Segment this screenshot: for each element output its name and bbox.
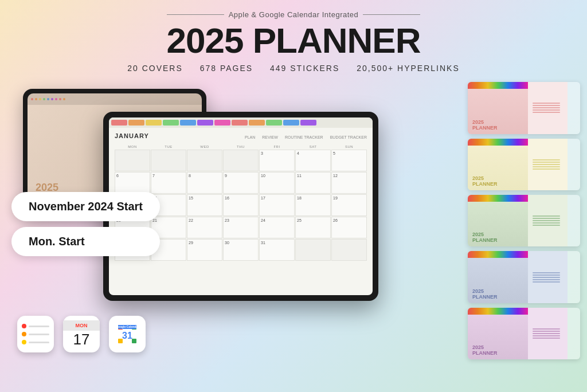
cal-cell-5: 5 (331, 150, 367, 171)
cover-year-purple: 2025 (472, 344, 523, 350)
feature-stickers: 449 STICKERS (270, 64, 339, 73)
reminders-app-icon[interactable] (17, 316, 54, 352)
day-label-sat: SAT (295, 145, 331, 148)
cover-main-green: 2025 PLANNER (468, 195, 528, 246)
nav-dot-1 (31, 98, 33, 100)
cal-cell-19: 19 (331, 194, 367, 216)
cover-sidebar-strip-green (568, 195, 580, 246)
nav-tab-3 (146, 120, 162, 126)
header: Apple & Google Calendar Integrated 2025 … (0, 0, 587, 77)
cover-sidebar-strip-purple (568, 308, 580, 359)
cover-line-g5 (533, 225, 559, 226)
cal-cell-empty-2 (151, 150, 186, 171)
tablet-back-nav (28, 93, 202, 105)
cal-tab-budget: BUDGET TRACKER (330, 135, 367, 139)
cover-thumb-yellow[interactable]: 2025 PLANNER (468, 139, 580, 190)
cover-line-5 (533, 112, 559, 113)
cover-line-3 (533, 107, 559, 108)
cover-sidebar-strip-yellow (568, 139, 580, 190)
cal-tab-plan: PLAN (245, 135, 255, 139)
cover-line-p2 (533, 331, 559, 332)
cover-thumb-green[interactable]: 2025 PLANNER (468, 195, 580, 246)
cover-sidebar-strip-blue (568, 251, 580, 303)
nav-tab-11 (283, 120, 299, 126)
cover-main-blue: 2025 PLANNER (468, 251, 528, 303)
cover-line-y5 (533, 168, 559, 170)
reminder-row-2 (22, 332, 49, 336)
nav-dot-9 (63, 98, 65, 100)
cal-cell-29: 29 (187, 239, 222, 261)
cover-nav-purple (468, 308, 528, 315)
day-label-sun: SUN (331, 145, 367, 148)
cal-cell-31: 31 (259, 239, 295, 261)
cal-cell-8: 8 (187, 172, 222, 194)
nav-tab-12 (300, 120, 316, 126)
nav-dot-3 (39, 98, 41, 100)
google-calendar-icon[interactable]: 31 Google Calendar (109, 316, 146, 352)
cal-cell-6: 6 (115, 172, 150, 194)
day-label-thu: THU (223, 145, 259, 148)
mon-start-pill[interactable]: Mon. Start (11, 227, 160, 256)
cover-lines-blue (528, 251, 568, 303)
nav-tab-10 (266, 120, 282, 126)
cover-line-b4 (533, 279, 559, 280)
nav-dot-5 (47, 98, 49, 100)
cover-line-p1 (533, 328, 559, 330)
cover-lines-pink (528, 82, 568, 134)
reminder-dot-red (22, 324, 26, 328)
calendar-day-labels: MON TUE WED THU FRI SAT SUN (115, 145, 367, 148)
reminder-line-2 (29, 334, 49, 335)
cover-line-b1 (533, 272, 559, 273)
nav-dot-2 (35, 98, 37, 100)
november-start-pill[interactable]: November 2024 Start (11, 192, 160, 221)
nav-dot-4 (43, 98, 45, 100)
feature-hyperlinks: 20,500+ HYPERLINKS (357, 64, 460, 73)
nav-tab-7 (214, 120, 230, 126)
cover-body-pink: 2025 PLANNER (468, 89, 528, 134)
cover-line-g1 (533, 215, 559, 217)
cover-sidebar-strip-pink (568, 82, 580, 134)
calendar-day-num: 17 (73, 331, 90, 348)
cal-cell-16: 16 (223, 194, 259, 216)
nav-tab-2 (128, 120, 144, 126)
tablets-area: 2025 PLANNER (0, 77, 461, 364)
pill-buttons: November 2024 Start Mon. Start (11, 192, 160, 256)
header-title: 2025 PLANNER (0, 21, 587, 60)
cal-cell-30: 30 (223, 239, 259, 261)
cal-cell-18: 18 (295, 194, 331, 216)
cover-lines-green (528, 195, 568, 246)
calendar-month-title: JANUARY (115, 132, 149, 139)
nav-tab-1 (111, 120, 127, 126)
nav-dot-8 (59, 98, 61, 100)
day-label-tue: TUE (151, 145, 186, 148)
cover-planner-blue: PLANNER (472, 294, 523, 300)
cover-thumb-pink[interactable]: 2025 PLANNER (468, 82, 580, 134)
svg-rect-5 (132, 339, 136, 343)
cover-body-purple: 2025 PLANNER (468, 315, 528, 359)
cover-line-g3 (533, 220, 559, 221)
day-label-wed: WED (187, 145, 222, 148)
cover-year-yellow: 2025 (472, 175, 523, 181)
cover-thumb-blue[interactable]: 2025 PLANNER (468, 251, 580, 303)
cal-tab-review: REVIEW (262, 135, 278, 139)
reminder-line-1 (29, 326, 49, 327)
header-subtitle: Apple & Google Calendar Integrated (0, 10, 587, 19)
cover-line-y3 (533, 164, 559, 165)
cover-body-green: 2025 PLANNER (468, 202, 528, 246)
cover-line-b5 (533, 281, 559, 283)
day-label-fri: FRI (259, 145, 295, 148)
cal-cell-25: 25 (295, 217, 331, 238)
cover-line-p5 (533, 338, 559, 339)
cover-line-g4 (533, 222, 559, 224)
cal-cell-12: 12 (331, 172, 367, 194)
cover-year-blue: 2025 (472, 288, 523, 294)
cover-lines-yellow (528, 139, 568, 190)
cover-thumb-purple[interactable]: 2025 PLANNER (468, 308, 580, 359)
svg-rect-4 (118, 339, 123, 343)
nav-tab-9 (249, 120, 265, 126)
cover-planner-yellow: PLANNER (472, 181, 523, 187)
apple-calendar-icon[interactable]: MON 17 (63, 316, 100, 352)
cover-year-pink: 2025 (472, 119, 523, 125)
gcal-svg: 31 Google Calendar (116, 323, 139, 346)
reminder-row-3 (22, 340, 49, 344)
